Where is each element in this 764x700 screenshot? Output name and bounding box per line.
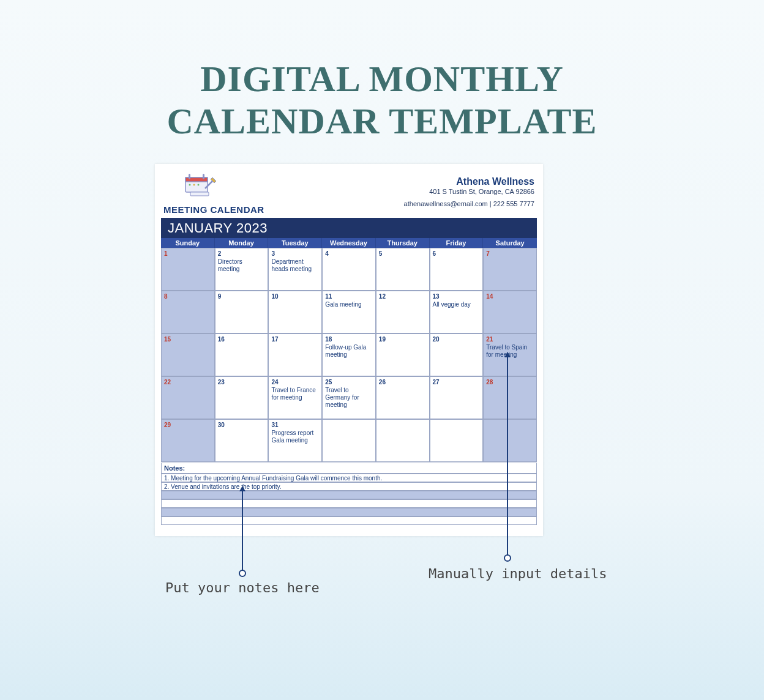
calendar-cell[interactable] <box>322 419 376 462</box>
notes-line-6[interactable] <box>161 516 537 525</box>
calendar-cell[interactable]: 9 <box>215 291 269 333</box>
day-number: 26 <box>379 379 427 385</box>
calendar-cell[interactable]: 12 <box>376 291 430 333</box>
calendar-event: Follow-up Gala meeting <box>325 344 373 359</box>
day-number: 25 <box>325 379 373 385</box>
callout-dot-left <box>239 570 246 577</box>
notes-title: Notes: <box>161 463 537 474</box>
calendar-cell[interactable]: 28 <box>483 376 537 419</box>
day-number: 10 <box>271 293 319 300</box>
day-number: 7 <box>486 250 534 257</box>
calendar-cell[interactable]: 7 <box>483 248 537 291</box>
calendar-cell[interactable]: 31Progress report Gala meeting <box>268 419 322 462</box>
day-number: 18 <box>325 336 373 343</box>
calendar-cell[interactable]: 8 <box>161 291 215 333</box>
callout-dot-right <box>504 554 511 562</box>
calendar-grid: 12Directors meeting3Department heads mee… <box>161 248 537 462</box>
day-number: 3 <box>271 250 319 257</box>
day-header-sunday: Sunday <box>161 238 215 248</box>
svg-rect-2 <box>189 174 190 179</box>
day-number: 14 <box>486 293 534 300</box>
company-name: Athena Wellness <box>404 176 534 187</box>
day-number: 22 <box>164 379 212 385</box>
svg-rect-3 <box>203 174 204 179</box>
company-contact: athenawellness@email.com | 222 555 7777 <box>404 200 534 207</box>
day-number: 4 <box>325 250 373 257</box>
notes-line-2[interactable]: 2. Venue and invitations are the top pri… <box>161 482 537 491</box>
calendar-cell[interactable]: 17 <box>268 333 322 376</box>
calendar-cell[interactable]: 4 <box>322 248 376 291</box>
day-number: 31 <box>271 422 319 428</box>
notes-line-3[interactable] <box>161 491 537 499</box>
svg-point-8 <box>193 184 195 186</box>
calendar-cell[interactable]: 18Follow-up Gala meeting <box>322 333 376 376</box>
calendar-cell[interactable]: 3Department heads meeting <box>268 248 322 291</box>
calendar-event: Gala meeting <box>325 301 373 308</box>
calendar-event: Progress report Gala meeting <box>271 430 319 444</box>
day-header-tuesday: Tuesday <box>268 238 322 248</box>
calendar-cell[interactable]: 25Travel to Germany for meeting <box>322 376 376 419</box>
day-header-wednesday: Wednesday <box>322 238 376 248</box>
calendar-cell[interactable]: 6 <box>430 248 484 291</box>
day-number: 1 <box>164 250 212 257</box>
day-header-thursday: Thursday <box>376 238 430 248</box>
calendar-cell[interactable]: 22 <box>161 376 215 419</box>
day-number: 28 <box>486 379 534 385</box>
calendar-cell[interactable]: 26 <box>376 376 430 419</box>
day-number: 29 <box>164 422 212 428</box>
day-number: 5 <box>379 250 427 257</box>
calendar-event: All veggie day <box>433 301 481 308</box>
calendar-event: Department heads meeting <box>271 258 319 273</box>
day-number: 9 <box>218 293 266 300</box>
day-number: 16 <box>218 336 266 343</box>
day-number: 23 <box>218 379 266 385</box>
day-number: 27 <box>433 379 481 385</box>
notes-line-5[interactable] <box>161 508 537 516</box>
calendar-event: Travel to France for meeting <box>271 387 319 401</box>
calendar-cell[interactable] <box>483 419 537 462</box>
notes-line-4[interactable] <box>161 499 537 508</box>
callout-text-right: Manually input details <box>429 566 607 581</box>
calendar-event: Travel to Germany for meeting <box>325 387 373 409</box>
notes-line-1[interactable]: 1. Meeting for the upcoming Annual Fundr… <box>161 474 537 482</box>
day-header-saturday: Saturday <box>483 238 537 248</box>
calendar-cell[interactable]: 13All veggie day <box>430 291 484 333</box>
day-header-monday: Monday <box>215 238 269 248</box>
calendar-cell[interactable]: 1 <box>161 248 215 291</box>
calendar-cell[interactable]: 11Gala meeting <box>322 291 376 333</box>
day-number: 20 <box>433 336 481 343</box>
day-number: 8 <box>164 293 212 300</box>
calendar-cell[interactable]: 15 <box>161 333 215 376</box>
day-header-friday: Friday <box>430 238 484 248</box>
calendar-cell[interactable]: 2Directors meeting <box>215 248 269 291</box>
calendar-cell[interactable]: 23 <box>215 376 269 419</box>
company-address: 401 S Tustin St, Orange, CA 92866 <box>404 188 534 195</box>
calendar-logo-icon <box>182 171 219 201</box>
logo-block: MEETING CALENDAR <box>163 171 264 215</box>
calendar-cell[interactable]: 29 <box>161 419 215 462</box>
logo-title: MEETING CALENDAR <box>163 204 264 215</box>
calendar-cell[interactable]: 27 <box>430 376 484 419</box>
callout-line-right <box>507 357 508 556</box>
svg-point-7 <box>189 184 191 186</box>
calendar-cell[interactable] <box>376 419 430 462</box>
calendar-cell[interactable]: 19 <box>376 333 430 376</box>
day-number: 12 <box>379 293 427 300</box>
day-number: 24 <box>271 379 319 385</box>
calendar-cell[interactable]: 30 <box>215 419 269 462</box>
calendar-cell[interactable]: 14 <box>483 291 537 333</box>
month-title-bar: JANUARY 2023 <box>161 218 537 238</box>
svg-rect-4 <box>190 192 209 196</box>
calendar-template-card: MEETING CALENDAR Athena Wellness 401 S T… <box>155 164 543 536</box>
callout-line-left <box>242 491 243 572</box>
day-number: 19 <box>379 336 427 343</box>
day-number: 2 <box>218 250 266 257</box>
calendar-cell[interactable]: 24Travel to France for meeting <box>268 376 322 419</box>
calendar-cell[interactable]: 10 <box>268 291 322 333</box>
template-header: MEETING CALENDAR Athena Wellness 401 S T… <box>161 169 537 218</box>
callout-text-left: Put your notes here <box>165 580 320 595</box>
calendar-cell[interactable]: 20 <box>430 333 484 376</box>
calendar-cell[interactable]: 5 <box>376 248 430 291</box>
calendar-cell[interactable] <box>430 419 484 462</box>
calendar-cell[interactable]: 16 <box>215 333 269 376</box>
